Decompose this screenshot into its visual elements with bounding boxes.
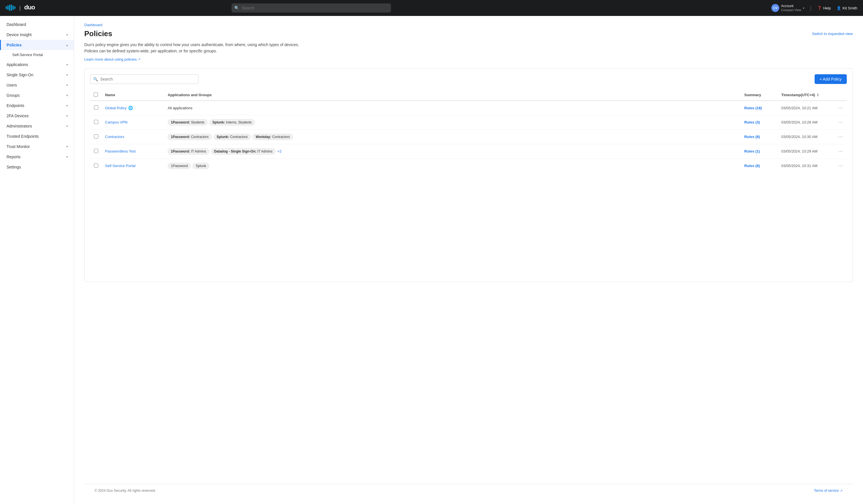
policies-table: Name Applications and Groups Summary Tim… <box>90 90 847 173</box>
learn-more-label: Learn more about using policies <box>84 57 137 62</box>
sidebar-groups-chevron: ▾ <box>66 93 68 97</box>
tag-workday-contractors: Workday: Contractors <box>252 134 293 140</box>
header-right: CV Account Compact View ▾ | ❓ Help 👤 Kit… <box>771 4 857 12</box>
policies-table-container: 🔍 + Add Policy Name Applications and Gro… <box>84 68 853 282</box>
timestamp-info-icon[interactable]: ℹ <box>817 93 818 97</box>
more-actions-global[interactable]: ··· <box>838 105 843 111</box>
duo-logo: duo <box>24 4 39 12</box>
col-header-actions <box>835 90 847 101</box>
account-chevron-icon: ▾ <box>803 7 804 10</box>
sidebar-device-insight-label: Device Insight <box>7 33 32 37</box>
sidebar-item-endpoints[interactable]: Endpoints ▾ <box>0 100 74 111</box>
row-checkbox[interactable] <box>94 105 98 110</box>
sidebar-item-policies[interactable]: Policies ▴ <box>0 40 74 50</box>
svg-rect-4 <box>13 5 14 10</box>
row-checkbox[interactable] <box>94 163 98 168</box>
svg-text:duo: duo <box>24 4 35 11</box>
layout: Dashboard Device Insight ▾ Policies ▴ Se… <box>0 16 863 504</box>
svg-rect-3 <box>11 4 12 11</box>
rules-link-global[interactable]: Rules (18) <box>744 106 762 110</box>
timestamp-cell-contractors: 03/05/2024, 10:30 AM <box>778 129 835 144</box>
more-tags-link[interactable]: +2 <box>277 149 282 153</box>
sidebar-endpoints-label: Endpoints <box>7 103 24 108</box>
rules-link-self-service[interactable]: Rules (8) <box>744 164 760 168</box>
sidebar-self-service-portal-label: Self-Service Portal <box>12 53 43 57</box>
sidebar-reports-chevron: ▾ <box>66 155 68 159</box>
table-toolbar: 🔍 + Add Policy <box>90 74 847 84</box>
rules-link-campus-vpn[interactable]: Rules (3) <box>744 120 760 124</box>
select-all-checkbox[interactable] <box>94 92 98 97</box>
svg-rect-1 <box>8 5 9 10</box>
table-search-input[interactable] <box>90 74 198 84</box>
sidebar-policies-chevron: ▴ <box>66 43 68 47</box>
sidebar-item-dashboard[interactable]: Dashboard <box>0 20 74 29</box>
sidebar-applications-label: Applications <box>7 62 28 67</box>
sidebar-sso-chevron: ▾ <box>66 73 68 77</box>
sidebar-trusted-endpoints-label: Trusted Endpoints <box>7 134 39 139</box>
timestamp-global: 03/05/2024, 10:21 AM <box>781 106 817 110</box>
page-description: Duo's policy engine gives you the abilit… <box>84 41 301 54</box>
sidebar-item-administrators[interactable]: Administrators ▾ <box>0 121 74 131</box>
terms-of-service-link[interactable]: Terms of service ↗ <box>814 489 842 493</box>
sidebar-item-groups[interactable]: Groups ▾ <box>0 90 74 100</box>
row-checkbox[interactable] <box>94 149 98 153</box>
breadcrumb[interactable]: Dashboard <box>84 23 853 27</box>
sidebar-item-trust-monitor[interactable]: Trust Monitor ▾ <box>0 141 74 152</box>
policy-link-contractors[interactable]: Contractors <box>105 135 124 139</box>
policy-link-campus-vpn[interactable]: Campus VPN <box>105 120 127 124</box>
table-header: Name Applications and Groups Summary Tim… <box>90 90 847 101</box>
table-row: Global Policy 🌐 All applications Rules (… <box>90 101 847 115</box>
sidebar-item-applications[interactable]: Applications ▾ <box>0 60 74 70</box>
account-compact-button[interactable]: CV Account Compact View ▾ <box>771 4 804 12</box>
timestamp-cell-campus-vpn: 03/05/2024, 10:28 AM <box>778 115 835 129</box>
policy-name-campus-vpn: Campus VPN <box>105 120 127 124</box>
policy-link-passwordless[interactable]: Passwordless Test <box>105 149 136 153</box>
summary-cell-passwordless: Rules (1) <box>741 144 778 159</box>
help-button[interactable]: ❓ Help <box>817 6 831 10</box>
header-search-input[interactable] <box>232 3 391 13</box>
switch-view-link[interactable]: Switch to expanded view <box>812 32 853 36</box>
sidebar-item-reports[interactable]: Reports ▾ <box>0 152 74 162</box>
actions-cell-global: ··· <box>835 101 847 115</box>
page-header-row: Policies Switch to expanded view <box>84 29 853 38</box>
account-icon: CV <box>771 4 779 12</box>
sidebar-item-single-sign-on[interactable]: Single Sign-On ▾ <box>0 70 74 80</box>
sidebar-dashboard-label: Dashboard <box>7 22 26 27</box>
sidebar-administrators-chevron: ▾ <box>66 124 68 128</box>
sidebar-item-device-insight[interactable]: Device Insight ▾ <box>0 29 74 40</box>
sidebar-item-2fa-devices[interactable]: 2FA Devices ▾ <box>0 111 74 121</box>
row-checkbox[interactable] <box>94 134 98 139</box>
actions-cell-campus-vpn: ··· <box>835 115 847 129</box>
add-policy-button[interactable]: + Add Policy <box>815 74 847 84</box>
more-actions-campus-vpn[interactable]: ··· <box>838 119 843 125</box>
main-content: Dashboard Policies Switch to expanded vi… <box>74 16 863 504</box>
tag-group-campus-vpn: 1Password: Students Splunk: Interns, Stu… <box>168 119 737 126</box>
account-label: Account <box>781 4 801 8</box>
policy-link-global[interactable]: Global Policy 🌐 <box>105 105 133 110</box>
sidebar-reports-label: Reports <box>7 154 21 159</box>
sidebar-2fa-chevron: ▾ <box>66 114 68 118</box>
tag-1password-admins: 1Password: IT Admins <box>168 148 209 154</box>
learn-more-link[interactable]: Learn more about using policies ↗ <box>84 57 853 62</box>
rules-link-passwordless[interactable]: Rules (1) <box>744 149 760 153</box>
page-title: Policies <box>84 29 112 38</box>
sidebar-subitem-self-service-portal[interactable]: Self-Service Portal <box>0 50 74 60</box>
sidebar-item-users[interactable]: Users ▾ <box>0 80 74 90</box>
more-actions-self-service[interactable]: ··· <box>838 163 843 168</box>
timestamp-contractors: 03/05/2024, 10:30 AM <box>781 135 817 139</box>
more-actions-passwordless[interactable]: ··· <box>838 148 843 154</box>
col-header-summary: Summary <box>741 90 778 101</box>
policy-name-contractors: Contractors <box>105 135 124 139</box>
policy-name-cell: Contractors <box>102 129 164 144</box>
tag-splunk-contractors: Splunk: Contractors <box>214 134 251 140</box>
sidebar-settings-label: Settings <box>7 165 21 169</box>
col-header-checkbox <box>90 90 102 101</box>
row-checkbox[interactable] <box>94 120 98 124</box>
sidebar-item-trusted-endpoints[interactable]: Trusted Endpoints <box>0 131 74 141</box>
more-actions-contractors[interactable]: ··· <box>838 134 843 139</box>
policy-link-self-service[interactable]: Self Service Portal <box>105 164 136 168</box>
rules-link-contractors[interactable]: Rules (8) <box>744 135 760 139</box>
user-menu-button[interactable]: 👤 Kit Smith <box>837 6 857 10</box>
row-checkbox-cell <box>90 129 102 144</box>
sidebar-item-settings[interactable]: Settings <box>0 162 74 172</box>
